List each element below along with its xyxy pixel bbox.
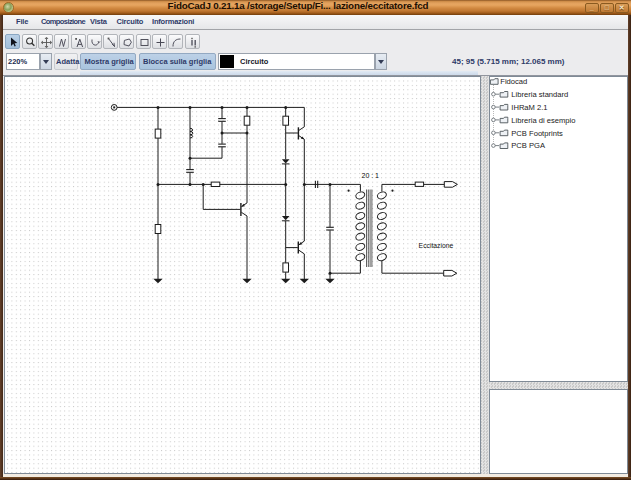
svg-text:IHRaM 2.1: IHRaM 2.1 (511, 103, 547, 112)
svg-text:Eccitazione: Eccitazione (419, 242, 454, 249)
svg-text:Libreria standard: Libreria standard (511, 90, 568, 99)
svg-text:PCB PGA: PCB PGA (511, 141, 546, 150)
svg-text:20 : 1: 20 : 1 (362, 172, 380, 179)
svg-text:Fidocad: Fidocad (500, 77, 527, 86)
svg-text:PCB Footprints: PCB Footprints (511, 129, 563, 138)
svg-text:Libreria di esempio: Libreria di esempio (511, 116, 575, 125)
